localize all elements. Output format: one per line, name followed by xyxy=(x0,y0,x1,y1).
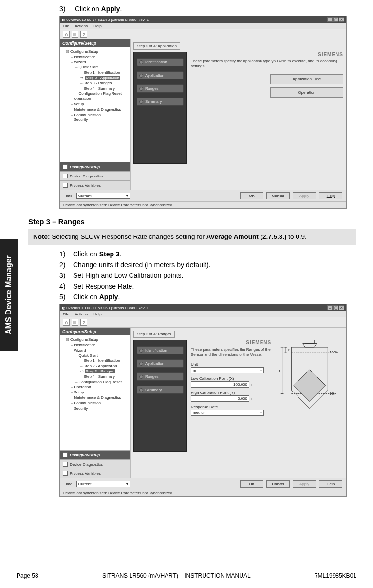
tree-step1[interactable]: Step 1 - Identification xyxy=(80,358,129,364)
tree-identification[interactable]: Identification xyxy=(71,343,129,348)
wizard-nav-ranges[interactable]: Ranges xyxy=(137,372,184,381)
step-3-ranges-heading: Step 3 – Ranges xyxy=(28,217,356,226)
apply-button[interactable]: Apply xyxy=(293,192,316,199)
low-cal-input[interactable]: 100.000 xyxy=(191,381,249,388)
tree-wizard[interactable]: Wizard xyxy=(71,60,129,65)
nav-device-diagnostics[interactable]: Device Diagnostics xyxy=(60,459,130,469)
tree-maintenance[interactable]: Maintenance & Diagnostics xyxy=(71,395,129,401)
tree-communication[interactable]: Communication xyxy=(71,113,129,118)
manual-title: SITRANS LR560 (mA/HART) – INSTRUCTION MA… xyxy=(102,572,251,579)
tree-setup[interactable]: Setup xyxy=(71,102,129,107)
tree-step3[interactable]: Step 3 - Ranges xyxy=(80,369,129,374)
tree-view[interactable]: Configure/Setup Identification Wizard Qu… xyxy=(60,335,130,450)
wizard-step-tab[interactable]: Step 3 of 4: Ranges xyxy=(133,331,175,338)
wizard-nav-identification[interactable]: Identification xyxy=(137,346,184,354)
minimize-icon[interactable]: – xyxy=(327,305,333,310)
apply-button[interactable]: Apply xyxy=(293,480,316,488)
tree-config-flag-reset[interactable]: Configuration Flag Reset xyxy=(75,380,129,385)
window-title: 07/20/2010 08:17:53.263 [Sitrans LR560 R… xyxy=(66,18,149,22)
svg-text:0%: 0% xyxy=(330,392,335,395)
application-type-button[interactable]: Application Type xyxy=(270,74,343,84)
tree-setup[interactable]: Setup xyxy=(71,390,129,395)
cancel-button[interactable]: Cancel xyxy=(266,192,290,199)
wizard-nav-summary[interactable]: Summary xyxy=(137,98,184,106)
tree-config-flag-reset[interactable]: Configuration Flag Reset xyxy=(75,91,129,97)
ok-button[interactable]: OK xyxy=(240,480,263,488)
tree-security[interactable]: Security xyxy=(71,118,129,123)
wizard-nav-ranges[interactable]: Ranges xyxy=(137,84,184,93)
maximize-icon[interactable]: ▢ xyxy=(333,17,338,22)
tree-configure-setup[interactable]: Configure/Setup xyxy=(66,337,129,343)
tree-security[interactable]: Security xyxy=(71,406,129,412)
wizard-nav-summary[interactable]: Summary xyxy=(137,386,184,394)
tree-operation[interactable]: Operation xyxy=(71,385,129,390)
response-rate-select[interactable]: medium xyxy=(191,410,264,416)
close-icon[interactable]: ✕ xyxy=(339,305,344,310)
toolbar-help-icon[interactable]: ? xyxy=(80,31,87,38)
tree-step4[interactable]: Step 4 - Summary xyxy=(80,374,129,380)
window-title: 07/20/2010 08:17:53.263 [Sitrans LR560 R… xyxy=(66,306,149,310)
help-button[interactable]: Help xyxy=(319,192,342,199)
wizard-nav-application[interactable]: Application xyxy=(137,359,184,368)
high-cal-unit: m xyxy=(251,396,254,401)
sidebar: Configure/Setup Configure/Setup Identifi… xyxy=(60,39,131,190)
nav-device-diagnostics[interactable]: Device Diagnostics xyxy=(60,171,130,180)
time-select[interactable]: Current xyxy=(76,193,130,199)
tree-wizard[interactable]: Wizard xyxy=(71,348,129,353)
maximize-icon[interactable]: ▢ xyxy=(333,305,338,310)
cancel-button[interactable]: Cancel xyxy=(266,480,290,488)
ok-button[interactable]: OK xyxy=(240,192,263,199)
toolbar-print-icon[interactable]: ⎙ xyxy=(63,319,70,326)
toolbar-preview-icon[interactable]: ▤ xyxy=(72,319,78,326)
unit-select[interactable]: m xyxy=(191,367,264,373)
menu-help[interactable]: Help xyxy=(93,312,101,316)
status-bar: Device last synchronized: Device Paramet… xyxy=(60,201,346,208)
tree-configure-setup[interactable]: Configure/Setup xyxy=(66,49,129,55)
panel-description: These parameters specifies the Ranges of… xyxy=(191,347,271,357)
tree-step2[interactable]: Step 2 - Application xyxy=(80,76,129,81)
tree-maintenance[interactable]: Maintenance & Diagnostics xyxy=(71,107,129,113)
wizard-nav-application[interactable]: Application xyxy=(137,71,184,79)
sidebar-header: Configure/Setup xyxy=(60,328,130,335)
siemens-logo: SIEMENS xyxy=(191,340,271,345)
toolbar-help-icon[interactable]: ? xyxy=(80,319,87,326)
page-number: Page 58 xyxy=(17,572,38,579)
toolbar-print-icon[interactable]: ⎙ xyxy=(63,31,70,38)
nav-configure-setup[interactable]: Configure/Setup xyxy=(60,450,130,459)
menu-actions[interactable]: Actions xyxy=(75,24,88,28)
wizard-nav-panel: Identification Application Ranges Summar… xyxy=(133,340,187,452)
tree-step3[interactable]: Step 3 - Ranges xyxy=(80,81,129,86)
operation-button[interactable]: Operation xyxy=(270,87,343,98)
nav-process-variables[interactable]: Process Variables xyxy=(60,180,130,190)
tree-communication[interactable]: Communication xyxy=(71,401,129,406)
time-select[interactable]: Current xyxy=(76,481,130,487)
tree-operation[interactable]: Operation xyxy=(71,97,129,102)
nav-process-variables[interactable]: Process Variables xyxy=(60,469,130,478)
vessel-diagram: Y X 100% 0% xyxy=(276,340,343,419)
help-button[interactable]: Help xyxy=(319,480,342,488)
menu-help[interactable]: Help xyxy=(93,24,101,28)
tree-step1[interactable]: Step 1 - Identification xyxy=(80,70,129,76)
steps-list: 1)Click on Step 3. 2)Change units if des… xyxy=(59,250,356,301)
main-panel: Step 2 of 4: Application Identification … xyxy=(131,39,346,190)
menu-file[interactable]: File xyxy=(63,312,69,316)
svg-text:100%: 100% xyxy=(330,351,338,354)
wizard-step-tab[interactable]: Step 2 of 4: Application xyxy=(133,42,180,50)
tree-step2[interactable]: Step 2 - Application xyxy=(80,364,129,369)
tree-quick-start[interactable]: Quick Start xyxy=(75,65,129,70)
wizard-nav-identification[interactable]: Identification xyxy=(137,58,184,66)
nav-configure-setup[interactable]: Configure/Setup xyxy=(60,162,130,171)
tree-identification[interactable]: Identification xyxy=(71,55,129,60)
minimize-icon[interactable]: – xyxy=(327,17,333,22)
tree-quick-start[interactable]: Quick Start xyxy=(75,353,129,359)
toolbar-preview-icon[interactable]: ▤ xyxy=(72,31,78,38)
tree-view[interactable]: Configure/Setup Identification Wizard Qu… xyxy=(60,47,130,162)
tree-step4[interactable]: Step 4 - Summary xyxy=(80,86,129,92)
close-icon[interactable]: ✕ xyxy=(339,17,344,22)
menu-file[interactable]: File xyxy=(63,24,69,28)
window-title-bar: ◐ 07/20/2010 08:17:53.263 [Sitrans LR560… xyxy=(60,304,346,311)
menu-actions[interactable]: Actions xyxy=(75,312,88,316)
high-cal-input[interactable]: 0.000 xyxy=(191,395,249,402)
screenshot-application-window: ◐ 07/20/2010 08:17:53.263 [Sitrans LR560… xyxy=(59,16,347,209)
status-bar: Device last synchronized: Device Paramet… xyxy=(60,490,346,496)
